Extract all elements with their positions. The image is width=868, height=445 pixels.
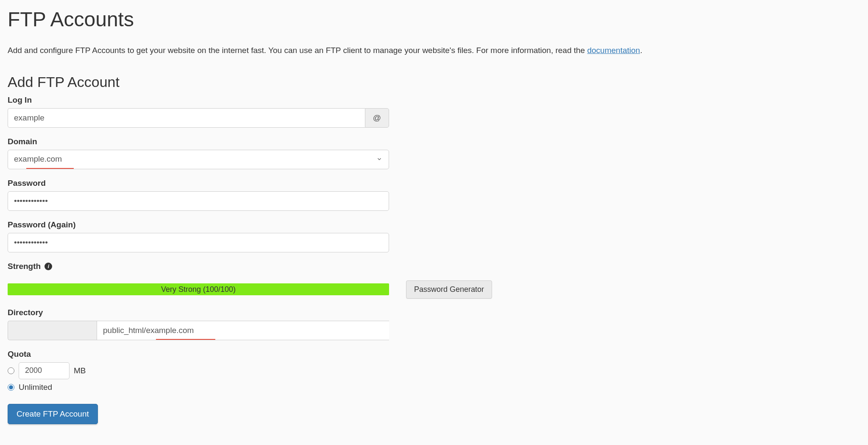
page-title: FTP Accounts [8,8,860,31]
create-ftp-account-button[interactable]: Create FTP Account [8,404,98,424]
directory-prefix [8,321,97,340]
info-icon[interactable]: i [45,263,52,270]
documentation-link[interactable]: documentation [587,46,640,55]
domain-group: Domain example.com [8,137,389,169]
login-input[interactable] [8,108,365,128]
intro-suffix: . [640,46,642,55]
intro-text: Add and configure FTP Accounts to get yo… [8,45,860,57]
quota-value-input[interactable] [19,362,70,379]
at-addon: @ [365,108,389,128]
directory-input[interactable] [97,321,389,340]
password-label: Password [8,179,389,188]
quota-label: Quota [8,350,389,359]
directory-label: Directory [8,308,389,317]
password-generator-button[interactable]: Password Generator [406,280,492,299]
login-label: Log In [8,95,389,105]
password-group: Password [8,179,389,211]
password-again-label: Password (Again) [8,220,389,229]
strength-meter: Very Strong (100/100) [8,283,389,295]
strength-row: Very Strong (100/100) Password Generator [8,280,860,299]
quota-unlimited-radio[interactable] [8,384,14,391]
domain-label: Domain [8,137,389,146]
password-again-group: Password (Again) [8,220,389,252]
password-again-input[interactable] [8,233,389,252]
password-input[interactable] [8,191,389,211]
section-title: Add FTP Account [8,74,860,90]
strength-label: Strength i [8,262,389,271]
quota-limited-radio[interactable] [8,367,14,374]
strength-group: Strength i [8,262,389,271]
strength-text: Very Strong (100/100) [161,285,236,294]
directory-group: Directory [8,308,389,340]
quota-unit: MB [74,366,86,375]
domain-select[interactable]: example.com [8,150,389,169]
login-group: Log In @ [8,95,389,128]
quota-group: Quota MB Unlimited [8,350,389,392]
unlimited-label: Unlimited [19,383,52,392]
intro-body: Add and configure FTP Accounts to get yo… [8,46,587,55]
